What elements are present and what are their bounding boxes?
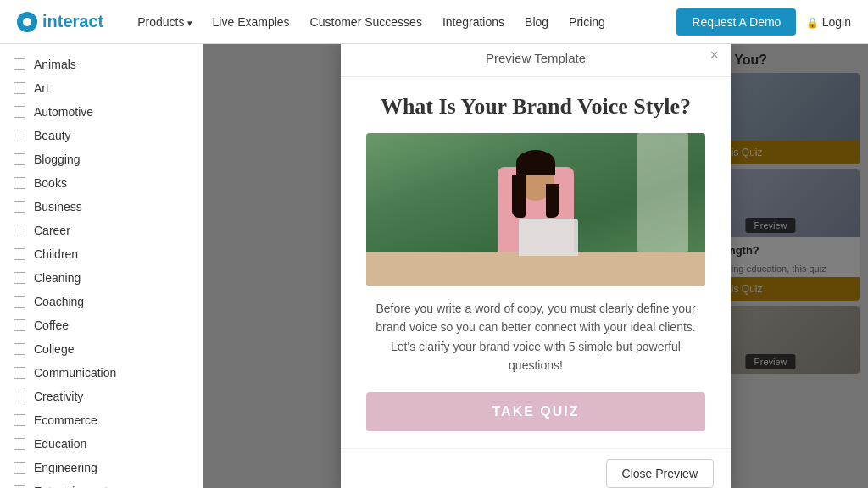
login-link[interactable]: Login — [806, 15, 851, 29]
sidebar-item-business[interactable]: Business — [0, 195, 203, 219]
sidebar-item-children[interactable]: Children — [0, 242, 203, 266]
quiz-title: What Is Your Brand Voice Style? — [366, 94, 705, 119]
sidebar-item-label: Creativity — [34, 390, 83, 403]
sidebar-item-label: Entertainment — [34, 485, 108, 488]
sidebar-item-label: Coaching — [34, 295, 84, 308]
sidebar-checkbox[interactable] — [14, 319, 25, 331]
sidebar-item-label: Children — [34, 247, 78, 261]
request-demo-button[interactable]: Request A Demo — [676, 8, 796, 36]
preview-modal: Preview Template × What Is Your Brand Vo… — [341, 44, 731, 488]
modal-header: Preview Template × — [341, 44, 731, 77]
sidebar-item-label: College — [34, 342, 74, 356]
sidebar-item-label: Communication — [34, 366, 116, 380]
nav-live-examples[interactable]: Live Examples — [213, 15, 290, 29]
sidebar-item-label: Career — [34, 224, 70, 237]
sidebar-item-label: Business — [34, 200, 82, 214]
sidebar-item-coffee[interactable]: Coffee — [0, 313, 203, 337]
sidebar-checkbox[interactable] — [14, 248, 25, 260]
sidebar-item-art[interactable]: Art — [0, 76, 203, 100]
brand-name: interact — [42, 12, 103, 31]
sidebar-checkbox[interactable] — [14, 201, 25, 213]
sidebar-item-coaching[interactable]: Coaching — [0, 290, 203, 313]
sidebar-checkbox[interactable] — [14, 272, 25, 284]
sidebar-item-cleaning[interactable]: Cleaning — [0, 266, 203, 290]
sidebar-item-label: Automotive — [34, 105, 93, 119]
sidebar-item-ecommerce[interactable]: Ecommerce — [0, 408, 203, 432]
sidebar-checkbox[interactable] — [14, 414, 25, 426]
sidebar-checkbox[interactable] — [14, 462, 25, 474]
sidebar-item-label: Blogging — [34, 152, 81, 166]
main-layout: AnimalsArtAutomotiveBeautyBloggingBooksB… — [0, 44, 868, 488]
brand-logo[interactable]: interact — [17, 12, 103, 32]
nav-pricing[interactable]: Pricing — [569, 15, 605, 29]
top-navigation: interact Products Live Examples Customer… — [0, 0, 868, 44]
sidebar-item-beauty[interactable]: Beauty — [0, 124, 203, 147]
content-area: ach Are You? + Use This Quiz Preview est… — [203, 44, 868, 488]
nav-right: Request A Demo Login — [676, 8, 851, 36]
nav-products[interactable]: Products — [137, 15, 192, 29]
nav-links: Products Live Examples Customer Successe… — [137, 15, 676, 29]
sidebar-item-label: Engineering — [34, 461, 97, 474]
modal-backdrop[interactable]: Preview Template × What Is Your Brand Vo… — [203, 44, 868, 488]
modal-close-button[interactable]: × — [709, 47, 719, 63]
nav-blog[interactable]: Blog — [525, 15, 548, 29]
sidebar-checkbox[interactable] — [14, 438, 25, 450]
sidebar-item-entertainment[interactable]: Entertainment — [0, 480, 203, 488]
close-preview-button[interactable]: Close Preview — [606, 459, 714, 488]
sidebar-item-label: Books — [34, 176, 67, 190]
sidebar-item-books[interactable]: Books — [0, 171, 203, 195]
sidebar-item-label: Animals — [34, 58, 76, 71]
logo-icon — [17, 12, 37, 32]
nav-integrations[interactable]: Integrations — [442, 15, 504, 29]
sidebar-checkbox[interactable] — [14, 296, 25, 308]
sidebar-item-automotive[interactable]: Automotive — [0, 100, 203, 124]
nav-customer-successes[interactable]: Customer Successes — [310, 15, 422, 29]
modal-body: What Is Your Brand Voice Style? — [341, 77, 731, 448]
sidebar-checkbox[interactable] — [14, 225, 25, 236]
modal-title: Preview Template — [486, 51, 586, 65]
sidebar-checkbox[interactable] — [14, 367, 25, 379]
sidebar-item-college[interactable]: College — [0, 337, 203, 361]
sidebar-item-engineering[interactable]: Engineering — [0, 456, 203, 480]
quiz-image — [366, 133, 705, 286]
sidebar-item-label: Art — [34, 81, 49, 95]
sidebar-checkbox[interactable] — [14, 130, 25, 141]
quiz-description: Before you write a word of copy, you mus… — [366, 299, 705, 375]
sidebar-checkbox[interactable] — [14, 106, 25, 118]
sidebar-checkbox[interactable] — [14, 343, 25, 355]
sidebar-checkbox[interactable] — [14, 58, 25, 70]
sidebar-checkbox[interactable] — [14, 82, 25, 94]
sidebar-item-blogging[interactable]: Blogging — [0, 147, 203, 171]
sidebar-item-label: Education — [34, 437, 86, 451]
modal-footer: Close Preview — [341, 448, 731, 488]
sidebar: AnimalsArtAutomotiveBeautyBloggingBooksB… — [0, 44, 203, 488]
sidebar-item-label: Beauty — [34, 129, 71, 142]
take-quiz-button[interactable]: TAKE QUIZ — [366, 392, 705, 431]
sidebar-item-label: Coffee — [34, 319, 69, 332]
sidebar-checkbox[interactable] — [14, 153, 25, 165]
sidebar-checkbox[interactable] — [14, 391, 25, 402]
sidebar-item-creativity[interactable]: Creativity — [0, 385, 203, 408]
sidebar-item-animals[interactable]: Animals — [0, 53, 203, 76]
sidebar-checkbox[interactable] — [14, 177, 25, 189]
sidebar-item-label: Ecommerce — [34, 413, 97, 427]
sidebar-item-career[interactable]: Career — [0, 219, 203, 242]
sidebar-item-communication[interactable]: Communication — [0, 361, 203, 385]
sidebar-item-label: Cleaning — [34, 271, 81, 285]
sidebar-item-education[interactable]: Education — [0, 432, 203, 456]
